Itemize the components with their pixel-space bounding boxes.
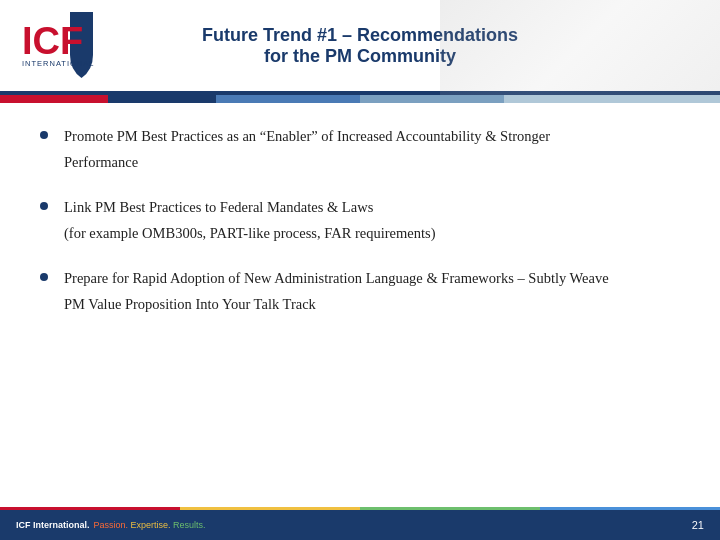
bullet-text-3-line2: PM Value Proposition Into Your Talk Trac… <box>40 293 680 315</box>
bullet-item-2: Link PM Best Practices to Federal Mandat… <box>40 196 680 218</box>
bullet-text-1-line1: Promote PM Best Practices as an “Enabler… <box>64 125 550 147</box>
slide-footer: ICF International. Passion. Expertise. R… <box>0 510 720 540</box>
footer-branding: ICF International. Passion. Expertise. R… <box>16 520 206 530</box>
bullet-section-2: Link PM Best Practices to Federal Mandat… <box>40 196 680 245</box>
footer-results: Results. <box>173 520 206 530</box>
bullet-dot-3 <box>40 273 48 281</box>
bullet-dot-2 <box>40 202 48 210</box>
footer-brand-name: ICF International. <box>16 520 90 530</box>
svg-text:ICF: ICF <box>22 20 83 62</box>
bullet-item-1: Promote PM Best Practices as an “Enabler… <box>40 125 680 147</box>
bullet-text-2-line1: Link PM Best Practices to Federal Mandat… <box>64 196 373 218</box>
page-number: 21 <box>692 519 704 531</box>
decorative-bar <box>0 95 720 103</box>
footer-expertise: Expertise. <box>131 520 171 530</box>
slide-header: ICF INTERNATIONAL Future Trend #1 – Reco… <box>0 0 720 95</box>
bullet-text-2-line2: (for example OMB300s, PART-like process,… <box>40 222 680 244</box>
icf-logo: ICF INTERNATIONAL <box>18 10 98 70</box>
slide-content: Promote PM Best Practices as an “Enabler… <box>0 103 720 513</box>
svg-text:INTERNATIONAL: INTERNATIONAL <box>22 59 94 68</box>
header-background <box>440 0 720 95</box>
bullet-section-3: Prepare for Rapid Adoption of New Admini… <box>40 267 680 316</box>
bullet-dot-1 <box>40 131 48 139</box>
bullet-item-3: Prepare for Rapid Adoption of New Admini… <box>40 267 680 289</box>
bullet-section-1: Promote PM Best Practices as an “Enabler… <box>40 125 680 174</box>
bullet-text-1-line2: Performance <box>40 151 680 173</box>
footer-tagline: Passion. Expertise. Results. <box>94 520 206 530</box>
bullet-text-3-line1: Prepare for Rapid Adoption of New Admini… <box>64 267 609 289</box>
footer-passion: Passion. <box>94 520 129 530</box>
logo-area: ICF INTERNATIONAL <box>18 10 108 85</box>
